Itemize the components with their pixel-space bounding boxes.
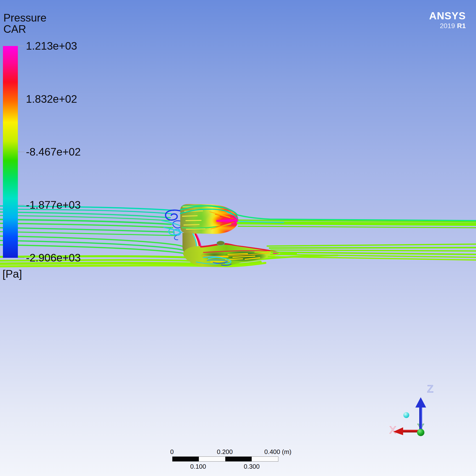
car-upper-body [178, 204, 263, 234]
ruler-segment [172, 457, 199, 461]
axis-x-label: X [390, 424, 396, 436]
streak [187, 229, 205, 229]
streamline [267, 244, 476, 246]
tick-mark [18, 152, 24, 152]
stagnation-core [217, 221, 237, 221]
ruler-segment [252, 457, 278, 461]
streamline [166, 210, 182, 220]
version-year: 2019 [440, 22, 455, 30]
legend-unit: [Pa] [2, 268, 22, 280]
tick-mark [18, 99, 24, 99]
outgoing-streamlines-upper [237, 215, 476, 228]
streamline [238, 226, 476, 228]
mirror-dome [217, 241, 224, 245]
ruler-segment [225, 457, 252, 461]
tick-mark [18, 205, 24, 205]
streamline [271, 250, 476, 251]
streamline [270, 248, 476, 248]
ruler-label: 0.200 [217, 448, 233, 456]
ansys-version: 2019R1 [429, 22, 466, 30]
tick-mark [18, 257, 24, 258]
outgoing-streamlines-lower [267, 244, 476, 260]
ruler-label: 0.300 [244, 463, 259, 470]
tick-label: -2.906e+03 [26, 252, 81, 264]
tick-label: -1.877e+03 [26, 199, 81, 211]
axis-reference-sphere [403, 412, 409, 418]
ruler-unit: (m) [282, 448, 291, 456]
tick-label: 1.832e+02 [26, 93, 77, 105]
axis-z-arrowhead [415, 397, 426, 408]
ruler-bar [172, 457, 278, 461]
ansys-3d-viewport[interactable]: Z X Y Pressure CAR 1.213e+031.832e+02-8.… [0, 0, 476, 476]
pressure-legend: Pressure CAR 1.213e+031.832e+02-8.467e+0… [0, 0, 103, 289]
ansys-logo: ANSYS 2019R1 [429, 11, 466, 30]
version-release: R1 [457, 22, 466, 30]
streamline [272, 252, 476, 255]
legend-object-name: CAR [3, 23, 26, 35]
ruler-label: 0.400 [264, 448, 280, 456]
legend-title: Pressure [3, 12, 47, 23]
tick-label: -8.467e+02 [26, 146, 81, 158]
colorbar-ticks: 1.213e+031.832e+02-8.467e+02-1.877e+03-2… [0, 46, 103, 258]
ansys-wordmark: ANSYS [429, 11, 466, 21]
streamline [238, 223, 476, 224]
axis-triad: Z X Y [390, 383, 433, 436]
axis-origin-sphere [417, 429, 425, 436]
tick-mark [18, 46, 24, 46]
axis-z-label: Z [427, 383, 433, 394]
tick-label: 1.213e+03 [26, 40, 77, 52]
streak [183, 216, 197, 216]
streak [186, 221, 201, 221]
streak [184, 224, 199, 225]
ruler-label: 0.100 [190, 463, 206, 470]
scale-ruler: 0 0.200 0.400 (m) 0.100 0.300 [166, 448, 303, 475]
ruler-label: 0 [170, 448, 174, 456]
ruler-segment [199, 457, 225, 461]
streamline [237, 215, 476, 221]
